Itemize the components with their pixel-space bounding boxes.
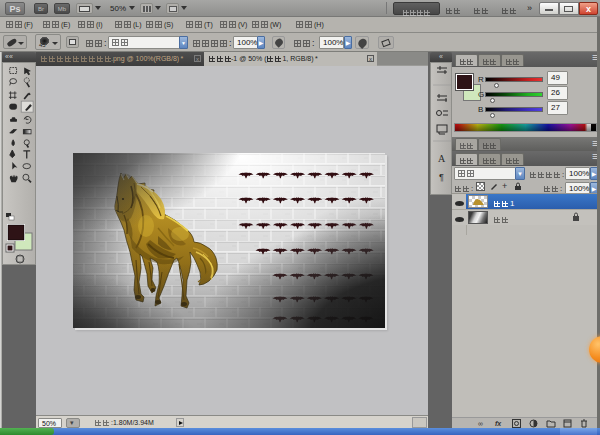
svg-text:¶: ¶ <box>439 172 444 182</box>
svg-text:A: A <box>438 153 446 164</box>
